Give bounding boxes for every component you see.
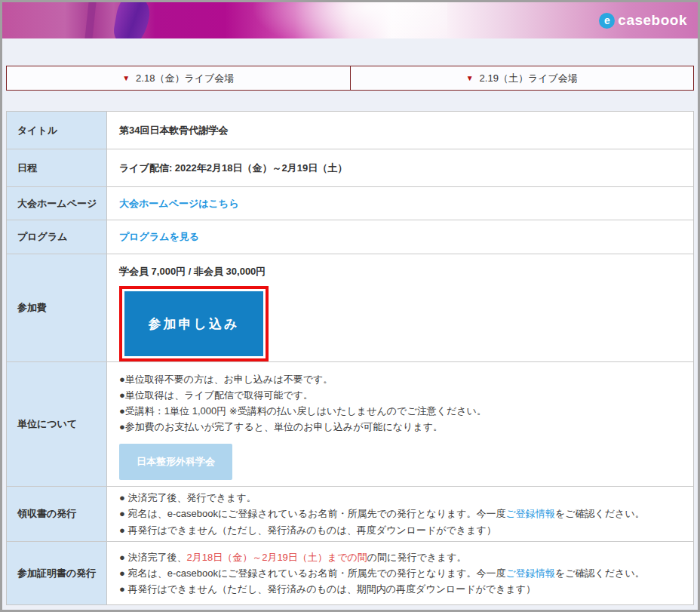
- row-label: 参加費: [7, 254, 107, 361]
- table-row-fee: 参加費 学会員 7,000円 / 非会員 30,000円 参加申し込み: [7, 254, 693, 362]
- registration-info-link[interactable]: ご登録情報: [506, 508, 555, 519]
- event-info-table: タイトル 第34回日本軟骨代謝学会 日程 ライブ配信: 2022年2月18日（金…: [6, 111, 694, 605]
- table-row-schedule: 日程 ライブ配信: 2022年2月18日（金）～2月19日（土）: [7, 149, 693, 187]
- banner-decoration-glow: [251, 2, 447, 38]
- credits-bullet: ●参加費のお支払いが完了すると、単位のお申し込みが可能になります。: [119, 419, 684, 435]
- table-row-title: タイトル 第34回日本軟骨代謝学会: [7, 112, 693, 149]
- receipt-bullet: ● 決済完了後、発行できます。: [119, 490, 684, 506]
- row-label: 日程: [7, 149, 107, 186]
- event-schedule: ライブ配信: 2022年2月18日（金）～2月19日（土）: [119, 161, 684, 175]
- table-row-credits: 単位について ●単位取得不要の方は、お申し込みは不要です。 ●単位取得は、ライブ…: [7, 362, 693, 487]
- row-label: 参加証明書の発行: [7, 542, 107, 604]
- row-label: 領収書の発行: [7, 487, 107, 541]
- table-row-homepage: 大会ホームページ 大会ホームページはこちら: [7, 187, 693, 220]
- logo-wordmark: casebook: [618, 12, 687, 29]
- tab-live-0218[interactable]: ▼ 2.18（金）ライブ会場: [7, 66, 351, 90]
- receipt-bullet: ● 再発行はできません（ただし、発行済みのものは、再度ダウンロードができます）: [119, 522, 684, 538]
- joa-credit-button[interactable]: 日本整形外科学会: [119, 444, 232, 480]
- triangle-down-icon: ▼: [122, 75, 130, 82]
- program-link[interactable]: プログラムを見る: [119, 230, 684, 244]
- apply-button[interactable]: 参加申し込み: [124, 291, 263, 356]
- certificate-bullet: ● 再発行はできません（ただし、発行済みのものは、期間内の再度ダウンロードができ…: [119, 581, 684, 597]
- row-label: タイトル: [7, 112, 107, 149]
- table-row-receipt: 領収書の発行 ● 決済完了後、発行できます。 ● 宛名は、e-casebookに…: [7, 487, 693, 542]
- venue-tabs: ▼ 2.18（金）ライブ会場 ▼ 2.19（土）ライブ会場: [6, 66, 694, 91]
- row-label: 大会ホームページ: [7, 187, 107, 220]
- registration-info-link[interactable]: ご登録情報: [506, 567, 555, 579]
- ecasebook-logo[interactable]: e casebook: [599, 12, 687, 29]
- table-row-certificate: 参加証明書の発行 ● 決済完了後、2月18日（金）～2月19日（土）までの間の間…: [7, 542, 693, 604]
- credits-bullet: ●単位取得は、ライブ配信で取得可能です。: [119, 387, 684, 403]
- tab-label: 2.19（土）ライブ会場: [480, 72, 578, 85]
- banner-decoration-ribbon: [111, 2, 152, 38]
- tab-label: 2.18（金）ライブ会場: [136, 72, 234, 85]
- credits-bullet: ●受講料：1単位 1,000円 ※受講料の払い戻しはいたしませんのでご注意くださ…: [119, 403, 684, 419]
- triangle-down-icon: ▼: [466, 75, 474, 82]
- receipt-bullet: ● 宛名は、e-casebookにご登録されているお名前・所属先での発行となりま…: [119, 506, 684, 521]
- certificate-date-range: 2月18日（金）～2月19日（土）までの間: [186, 552, 367, 563]
- banner-decoration-stripe: [84, 2, 97, 38]
- homepage-link[interactable]: 大会ホームページはこちら: [119, 197, 684, 211]
- row-label: プログラム: [7, 220, 107, 254]
- header-banner: e casebook: [2, 2, 698, 38]
- certificate-bullet: ● 宛名は、e-casebookにご登録されているお名前・所属先での発行となりま…: [119, 565, 684, 581]
- highlight-annotation-box: 参加申し込み: [119, 286, 269, 361]
- row-label: 単位について: [7, 362, 107, 486]
- table-row-program: プログラム プログラムを見る: [7, 220, 693, 254]
- credits-bullet: ●単位取得不要の方は、お申し込みは不要です。: [119, 371, 684, 387]
- fee-price: 学会員 7,000円 / 非会員 30,000円: [119, 265, 684, 278]
- page: e casebook ▼ 2.18（金）ライブ会場 ▼ 2.19（土）ライブ会場…: [0, 0, 700, 612]
- logo-e-circle-icon: e: [599, 13, 615, 29]
- tab-live-0219[interactable]: ▼ 2.19（土）ライブ会場: [351, 66, 694, 90]
- event-title: 第34回日本軟骨代謝学会: [119, 124, 684, 137]
- certificate-bullet: ● 決済完了後、2月18日（金）～2月19日（土）までの間の間に発行できます。: [119, 549, 684, 565]
